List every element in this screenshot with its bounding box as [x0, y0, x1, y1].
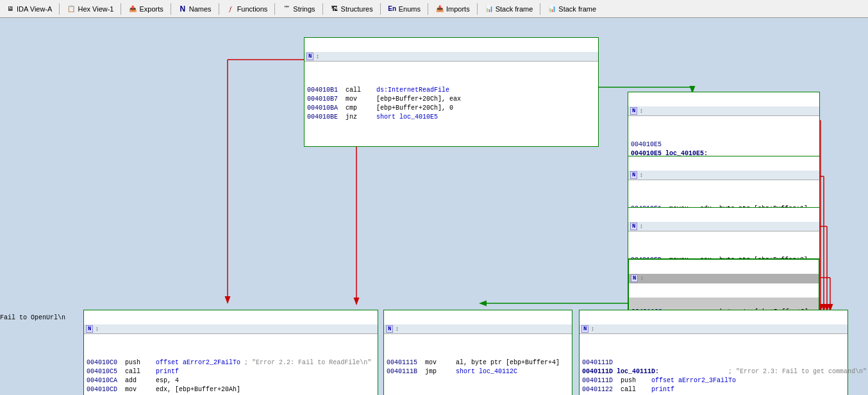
stack-frame1-icon: 📊	[485, 4, 494, 13]
enums-icon: En	[388, 4, 397, 13]
imports-button[interactable]: 📥 Imports	[431, 2, 474, 16]
n-icon: N	[581, 325, 588, 333]
block-4011b-header: N ↕	[384, 324, 572, 334]
imports-label: Imports	[446, 5, 470, 13]
graph-area[interactable]: N ↕ 004010B1 call ds:InternetReadFile 00…	[0, 18, 868, 395]
n-icon: N	[630, 223, 637, 230]
bar-icon: ↕	[639, 172, 643, 179]
block-4011b[interactable]: N ↕ 00401115 mov al, byte ptr [ebp+Buffe…	[383, 310, 572, 395]
n-icon: N	[630, 171, 637, 179]
functions-icon: 𝑓	[226, 4, 235, 13]
separator	[171, 3, 171, 15]
separator	[274, 3, 275, 15]
strings-label: Strings	[293, 5, 315, 13]
structures-icon: 🏗	[330, 4, 339, 13]
toolbar: 🖥 IDA View-A 📋 Hex View-1 📤 Exports N Na…	[0, 0, 868, 18]
hex-view-icon: 📋	[67, 4, 76, 13]
imports-icon: 📥	[435, 4, 444, 13]
functions-label: Functions	[237, 5, 268, 13]
exports-button[interactable]: 📤 Exports	[124, 2, 167, 16]
block-4011b-body: 00401115 mov al, byte ptr [ebp+Buffer+4]…	[384, 348, 572, 387]
block-10c0-header: N ↕	[84, 324, 378, 334]
block-10e5-header: N ↕	[628, 106, 819, 116]
n-icon: N	[306, 53, 313, 60]
bar-icon: ↕	[639, 108, 643, 115]
names-label: Names	[189, 5, 212, 13]
separator	[322, 3, 323, 15]
ida-view-label: IDA View-A	[17, 5, 52, 13]
functions-button[interactable]: 𝑓 Functions	[222, 2, 272, 16]
strings-button[interactable]: "" Strings	[278, 2, 319, 16]
enums-label: Enums	[399, 5, 421, 13]
exports-label: Exports	[139, 5, 163, 13]
enums-button[interactable]: En Enums	[383, 2, 425, 16]
block-10f1-header: N ↕	[628, 171, 819, 180]
block-10fd-header: N ↕	[628, 222, 819, 231]
block-top-header: N ↕	[305, 52, 598, 62]
bar-icon: ↕	[315, 53, 319, 60]
block-top-body: 004010B1 call ds:InternetReadFile 004010…	[305, 76, 598, 132]
block-10c0[interactable]: N ↕ 004010C0 push offset aError2_2FailTo…	[83, 310, 378, 395]
block-top[interactable]: N ↕ 004010B1 call ds:InternetReadFile 00…	[304, 37, 599, 147]
bar-icon: ↕	[95, 326, 99, 333]
strings-icon: ""	[282, 4, 291, 13]
separator	[540, 3, 540, 15]
names-icon: N	[178, 4, 187, 13]
hex-view-button[interactable]: 📋 Hex View-1	[62, 2, 118, 16]
block-4011d-header: N ↕	[580, 324, 847, 334]
stack-frame1-label: Stack frame	[496, 5, 533, 13]
separator	[59, 3, 60, 15]
hex-view-label: Hex View-1	[78, 5, 113, 13]
block-4011d-body: 0040111D 0040111D loc_40111D: ; "Error 2…	[580, 348, 847, 395]
block-10fd2-header: N ↕	[629, 274, 819, 283]
n-icon: N	[386, 325, 393, 333]
bar-icon: ↕	[395, 326, 399, 333]
ida-view-icon: 🖥	[6, 4, 15, 13]
stack-frame2-button[interactable]: 📊 Stack frame	[543, 2, 601, 16]
left-label: Fail to OpenUrl\n	[0, 314, 65, 321]
structures-button[interactable]: 🏗 Structures	[326, 2, 378, 16]
ida-view-button[interactable]: 🖥 IDA View-A	[1, 2, 56, 16]
bar-icon: ↕	[640, 275, 644, 282]
separator	[428, 3, 428, 15]
n-icon: N	[631, 274, 638, 282]
names-button[interactable]: N Names	[174, 2, 216, 16]
stack-frame2-label: Stack frame	[558, 5, 596, 13]
exports-icon: 📤	[128, 4, 137, 13]
block-10c0-body: 004010C0 push offset aError2_2FailTo ; "…	[84, 348, 378, 395]
stack-frame2-icon: 📊	[547, 4, 556, 13]
separator	[380, 3, 381, 15]
stack-frame1-button[interactable]: 📊 Stack frame	[480, 2, 538, 16]
separator	[121, 3, 121, 15]
bar-icon: ↕	[639, 223, 643, 230]
structures-label: Structures	[341, 5, 373, 13]
n-icon: N	[630, 107, 637, 115]
bar-icon: ↕	[590, 326, 594, 333]
n-icon: N	[86, 325, 93, 333]
block-4011d[interactable]: N ↕ 0040111D 0040111D loc_40111D: ; "Err…	[579, 310, 848, 395]
separator	[219, 3, 219, 15]
separator	[477, 3, 478, 15]
